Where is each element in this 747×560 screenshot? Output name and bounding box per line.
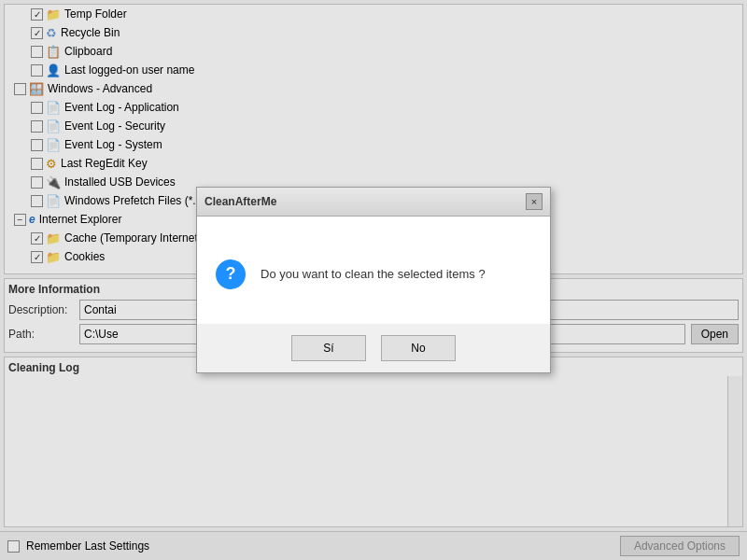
dialog-title: CleanAfterMe xyxy=(204,195,276,208)
dialog-close-button[interactable]: × xyxy=(526,193,543,210)
no-button[interactable]: No xyxy=(381,335,456,361)
dialog-footer: Sí No xyxy=(197,324,550,372)
dialog-titlebar: CleanAfterMe × xyxy=(197,188,550,217)
question-icon: ? xyxy=(216,259,246,289)
yes-button[interactable]: Sí xyxy=(291,335,366,361)
dialog-body: ? Do you want to clean the selected item… xyxy=(197,217,550,324)
main-window: 📁Temp Folder♻Recycle Bin📋Clipboard👤Last … xyxy=(0,0,747,560)
dialog: CleanAfterMe × ? Do you want to clean th… xyxy=(196,187,551,373)
dialog-overlay: CleanAfterMe × ? Do you want to clean th… xyxy=(0,0,747,560)
dialog-message: Do you want to clean the selected items … xyxy=(261,267,486,281)
